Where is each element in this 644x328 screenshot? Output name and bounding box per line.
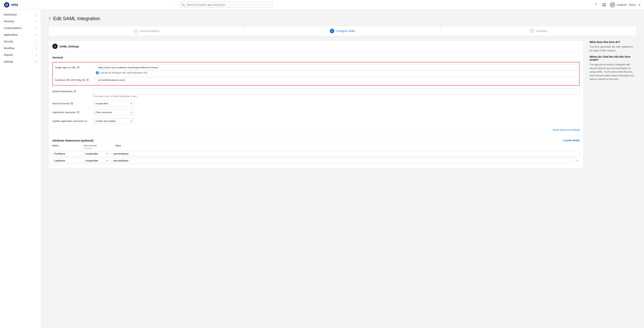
relay-state-hint: If no value is set, a blank RelayState i… bbox=[94, 95, 580, 98]
attr-col-name-header: Name bbox=[52, 144, 82, 149]
app-username-control: Okta username Email Custom bbox=[94, 109, 580, 115]
user-menu[interactable]: exabeam- @exa... ▾ bbox=[610, 2, 640, 8]
sidebar-item-dashboard[interactable]: Dashboard ▾ bbox=[0, 11, 41, 18]
recipient-url-checkbox-label: Use this for Recipient URL and Destinati… bbox=[100, 72, 148, 74]
sidebar-settings-label: Settings bbox=[4, 60, 13, 63]
svg-point-2 bbox=[6, 4, 8, 6]
update-username-control: Create and update Create only bbox=[94, 118, 580, 124]
page-icon: ⠿ bbox=[48, 17, 51, 21]
sidebar: Dashboard ▾ Directory ▾ Customizations ▾… bbox=[0, 10, 41, 328]
svg-rect-4 bbox=[604, 3, 606, 5]
okta-logo-icon bbox=[4, 2, 10, 8]
page-title: Edit SAML Integration bbox=[53, 16, 100, 22]
sidebar-applications-label: Applications bbox=[4, 33, 18, 36]
sidebar-directory-label: Directory bbox=[4, 20, 14, 23]
highlighted-fields-section: Single sign-on URL ? Use this for Recipi… bbox=[52, 62, 580, 85]
audience-uri-help-icon[interactable]: ? bbox=[86, 79, 89, 81]
audience-uri-input[interactable] bbox=[96, 77, 577, 83]
sso-url-help-icon[interactable]: ? bbox=[77, 66, 80, 69]
svg-rect-5 bbox=[602, 5, 604, 6]
sidebar-reports-chevron: ▾ bbox=[36, 54, 37, 56]
user-email: @exa... bbox=[629, 3, 638, 6]
tab-configure-saml[interactable]: 2 Configure SAML bbox=[244, 26, 440, 36]
tab-feedback[interactable]: 3 Feedback bbox=[440, 26, 636, 36]
info-q1-text: This form generates the XML needed for t… bbox=[590, 45, 635, 52]
sidebar-item-reports[interactable]: Reports ▾ bbox=[0, 52, 41, 58]
tab-general-settings[interactable]: 1 General Settings bbox=[49, 26, 244, 36]
sidebar-item-settings[interactable]: Settings ▾ bbox=[0, 58, 41, 65]
advanced-settings-link[interactable]: Show Advanced Settings bbox=[553, 128, 580, 131]
app-username-help-icon[interactable]: ? bbox=[77, 111, 80, 114]
sidebar-dashboard-label: Dashboard bbox=[4, 13, 16, 16]
app-username-select[interactable]: Okta username Email Custom bbox=[94, 109, 134, 115]
relay-state-control: If no value is set, a blank RelayState i… bbox=[94, 88, 580, 98]
card-header: A SAML Settings bbox=[49, 41, 584, 52]
sso-url-group: Single sign-on URL ? Use this for Recipi… bbox=[55, 65, 577, 74]
content-row: A SAML Settings General Single sign-on U… bbox=[48, 41, 636, 169]
grid-icon-button[interactable] bbox=[602, 2, 607, 8]
name-id-format-label: Name ID format ? bbox=[52, 101, 94, 105]
sidebar-customizations-chevron: ▾ bbox=[36, 27, 37, 29]
sidebar-security-label: Security bbox=[4, 40, 13, 43]
attr-row-1-name[interactable] bbox=[52, 151, 82, 156]
main-layout: Dashboard ▾ Directory ▾ Customizations ▾… bbox=[0, 10, 644, 328]
sidebar-item-workflow[interactable]: Workflow ▾ bbox=[0, 45, 41, 52]
sidebar-dashboard-chevron: ▾ bbox=[36, 14, 37, 16]
relay-state-label: Default RelayState ? bbox=[52, 88, 94, 93]
audience-uri-label: Audience URI (SP Entity ID) ? bbox=[55, 77, 96, 81]
divider bbox=[52, 136, 580, 136]
search-icon: 🔍 bbox=[182, 3, 185, 6]
relay-state-group: Default RelayState ? If no value is set,… bbox=[52, 88, 580, 98]
learn-more-link[interactable]: LEARN MORE bbox=[564, 139, 580, 142]
help-icon-button[interactable]: ? bbox=[593, 2, 598, 8]
user-name: exabeam- bbox=[617, 3, 628, 6]
card-header-letter: A bbox=[52, 44, 58, 49]
sidebar-customizations-label: Customizations bbox=[4, 27, 22, 30]
svg-rect-3 bbox=[602, 3, 604, 5]
sidebar-item-applications[interactable]: Applications ▾ bbox=[0, 31, 41, 38]
attr-col-value-header: Value bbox=[115, 144, 580, 149]
sidebar-item-directory[interactable]: Directory ▾ bbox=[0, 18, 41, 25]
attr-row-2-remove-button[interactable]: ✕ bbox=[575, 158, 580, 163]
attr-row-2-format[interactable]: Unspecified Basic URI Reference bbox=[84, 158, 110, 163]
update-username-group: Update application username on Create an… bbox=[52, 118, 580, 124]
attr-row-1-value[interactable] bbox=[111, 151, 580, 156]
name-id-format-help-icon[interactable]: ? bbox=[70, 102, 73, 105]
app-username-label: Application username ? bbox=[52, 109, 94, 114]
name-id-format-control: Unspecified EmailAddress Persistent Tran… bbox=[94, 101, 580, 106]
svg-rect-6 bbox=[604, 5, 606, 6]
tab-3-num: 3 bbox=[530, 29, 534, 33]
attribute-statements-section: Attribute Statements (optional) LEARN MO… bbox=[52, 139, 580, 163]
recipient-url-checkbox[interactable] bbox=[96, 72, 99, 74]
logo-area[interactable]: okta bbox=[4, 2, 18, 8]
sidebar-item-customizations[interactable]: Customizations ▾ bbox=[0, 25, 41, 31]
attr-header-row: Attribute Statements (optional) LEARN MO… bbox=[52, 139, 580, 142]
attr-row-2-value[interactable] bbox=[111, 158, 574, 163]
page-header: ⠿ Edit SAML Integration bbox=[48, 16, 636, 22]
relay-state-help-icon[interactable]: ? bbox=[74, 90, 76, 93]
relay-state-input[interactable] bbox=[94, 88, 580, 94]
audience-uri-control bbox=[96, 77, 577, 83]
sidebar-workflow-chevron: ▾ bbox=[36, 47, 37, 50]
user-avatar bbox=[610, 2, 615, 8]
tab-2-label: Configure SAML bbox=[336, 30, 355, 33]
sidebar-security-chevron: ▾ bbox=[36, 40, 37, 43]
sidebar-item-security[interactable]: Security ▾ bbox=[0, 38, 41, 45]
attr-row-1-format[interactable]: Unspecified Basic URI Reference bbox=[84, 151, 110, 156]
info-q1-title: What does this form do? bbox=[590, 41, 635, 44]
top-nav: okta 🔍 ? exabeam- @exa... ▾ bbox=[0, 0, 644, 10]
sso-url-input[interactable] bbox=[96, 65, 577, 70]
update-username-select[interactable]: Create and update Create only bbox=[94, 118, 134, 124]
user-chevron-icon: ▾ bbox=[639, 3, 640, 6]
advanced-settings-link-wrap: Show Advanced Settings bbox=[52, 127, 580, 133]
attr-table-header: Name Name format (optional) Value bbox=[52, 144, 580, 149]
sidebar-applications-chevron: ▾ bbox=[36, 34, 37, 36]
name-id-format-select[interactable]: Unspecified EmailAddress Persistent Tran… bbox=[94, 101, 134, 106]
attr-row-2-name[interactable] bbox=[52, 158, 82, 163]
info-q2-text: The app you're trying to integrate with … bbox=[590, 63, 635, 81]
search-bar: 🔍 bbox=[180, 2, 273, 8]
saml-settings-card: A SAML Settings General Single sign-on U… bbox=[48, 41, 584, 169]
search-input[interactable] bbox=[180, 2, 273, 8]
tab-2-num: 2 bbox=[330, 29, 334, 33]
tab-3-label: Feedback bbox=[536, 30, 547, 33]
